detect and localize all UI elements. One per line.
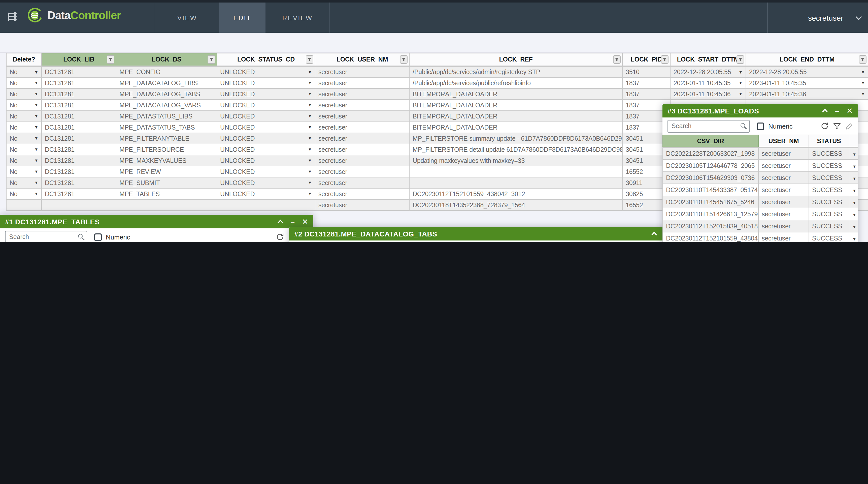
delete-select-cell[interactable]: No▼: [6, 177, 41, 188]
delete-select-cell[interactable]: No▼: [6, 66, 41, 77]
lock-status-select-cell[interactable]: UNLOCKED▼: [217, 122, 315, 133]
pencil-icon[interactable]: [845, 122, 853, 130]
lock-status-select-cell[interactable]: UNLOCKED▼: [217, 188, 315, 199]
delete-select-cell[interactable]: No▼: [6, 155, 41, 166]
delete-select-cell[interactable]: No▼: [6, 188, 41, 199]
collapse-chevron-icon[interactable]: [822, 108, 828, 113]
lock-end-select-cell[interactable]: 2023-01-11 10:45:36▼: [746, 88, 868, 99]
column-filter-button[interactable]: [208, 55, 215, 64]
viewbox-titlebar[interactable]: #1 DC131281.MPE_TABLES – ✕: [0, 215, 313, 228]
lock-start-select-cell[interactable]: 2022-12-28 20:05:55▼: [670, 66, 746, 77]
column-filter-button[interactable]: [859, 55, 867, 64]
lock-ds-cell: MPE_DATACATALOG_VARS: [116, 99, 217, 111]
delete-select-cell[interactable]: No▼: [6, 166, 41, 177]
lock-status-select-cell[interactable]: UNLOCKED▼: [217, 155, 315, 166]
dropdown-cell[interactable]: ▼: [849, 220, 858, 232]
lock-start-select-cell[interactable]: 2023-01-11 10:45:36▼: [670, 88, 746, 99]
column-filter-button[interactable]: [107, 55, 114, 64]
dropdown-caret-icon: ▼: [34, 81, 38, 85]
lock-ds-cell: MPE_REVIEW: [116, 166, 217, 177]
dropdown-caret-icon: ▼: [308, 169, 312, 174]
delete-select-cell[interactable]: No▼: [6, 144, 41, 155]
lock-status-select-cell[interactable]: UNLOCKED▼: [217, 177, 315, 188]
dropdown-caret-icon: ▼: [34, 114, 38, 118]
column-filter-button[interactable]: [306, 55, 313, 64]
collapse-chevron-icon[interactable]: [277, 219, 283, 224]
delete-select-cell[interactable]: No▼: [6, 88, 41, 99]
column-filter-button[interactable]: [737, 55, 744, 64]
tab-view[interactable]: VIEW: [155, 2, 219, 33]
delete-select-cell[interactable]: No▼: [6, 111, 41, 122]
close-icon[interactable]: ✕: [846, 107, 853, 114]
collapse-chevron-icon[interactable]: [651, 231, 657, 236]
lock-ds-cell: [116, 199, 217, 210]
lock-ds-cell: MPE_MAXKEYVALUES: [116, 155, 217, 166]
funnel-icon[interactable]: [833, 122, 841, 130]
viewbox-titlebar[interactable]: #2 DC131281.MPE_DATACATALOG_TABS – ✕: [289, 227, 687, 240]
csv-dir-cell: DC20221228T200633027_1998: [663, 147, 758, 160]
lock-end-select-cell[interactable]: 2022-12-28 20:05:55▼: [746, 66, 868, 77]
lock-status-select-cell[interactable]: UNLOCKED▼: [217, 144, 315, 155]
dropdown-cell[interactable]: ▼: [849, 232, 858, 242]
dropdown-caret-icon: ▼: [308, 125, 312, 130]
viewbox-2-mpe-datacatalog-tabs: #2 DC131281.MPE_DATACATALOG_TABS – ✕ Num…: [289, 227, 687, 242]
minimize-icon[interactable]: –: [835, 107, 839, 114]
col-header: STATUS: [809, 135, 849, 147]
lock-status-select-cell[interactable]: UNLOCKED▼: [217, 77, 315, 88]
lock-start-select-cell[interactable]: 2023-01-11 10:45:35▼: [670, 77, 746, 88]
tab-review[interactable]: REVIEW: [266, 2, 330, 33]
table-row: DC20230112T152015839_40518secretuserSUCC…: [663, 220, 858, 232]
search-input[interactable]: [5, 231, 87, 242]
status-cell: SUCCESS: [809, 232, 849, 242]
lock-ref-cell: /Public/app/dc/services/public/refreshli…: [409, 77, 622, 88]
lock-status-select-cell[interactable]: UNLOCKED▼: [217, 99, 315, 111]
lock-status-select-cell[interactable]: ▼: [217, 199, 315, 210]
user-cell: secretuser: [758, 220, 809, 232]
numeric-checkbox[interactable]: Numeric: [94, 233, 130, 241]
csv-dir-cell: DC20230112T152101559_43804: [663, 232, 758, 242]
column-filter-button[interactable]: [661, 55, 669, 64]
tab-edit[interactable]: EDIT: [219, 2, 266, 33]
dropdown-caret-icon: ▼: [739, 92, 743, 96]
lock-user-cell: secretuser: [315, 99, 409, 111]
column-filter-button[interactable]: [613, 55, 621, 64]
dropdown-cell[interactable]: ▼: [849, 184, 858, 196]
dropdown-cell[interactable]: ▼: [849, 208, 858, 220]
delete-select-cell[interactable]: No▼: [6, 77, 41, 88]
lock-status-select-cell[interactable]: UNLOCKED▼: [217, 88, 315, 99]
close-icon[interactable]: ✕: [302, 218, 308, 225]
lock-user-cell: secretuser: [315, 144, 409, 155]
delete-select-cell[interactable]: No▼: [6, 122, 41, 133]
dropdown-cell[interactable]: ▼: [849, 147, 858, 160]
nav-tabs: VIEW EDIT REVIEW: [155, 2, 330, 33]
refresh-icon[interactable]: [276, 233, 284, 241]
lock-status-select-cell[interactable]: UNLOCKED▼: [217, 66, 315, 77]
user-menu[interactable]: secretuser: [767, 2, 861, 33]
minimize-icon[interactable]: –: [290, 218, 295, 225]
lock-status-select-cell[interactable]: UNLOCKED▼: [217, 166, 315, 177]
column-filter-button[interactable]: [400, 55, 408, 64]
refresh-icon[interactable]: [820, 122, 829, 130]
viewbox-title: #3 DC131281.MPE_LOADS: [668, 107, 822, 115]
numeric-checkbox[interactable]: Numeric: [757, 122, 793, 130]
search-input[interactable]: [668, 120, 750, 132]
lock-user-cell: secretuser: [315, 133, 409, 144]
viewbox-titlebar[interactable]: #3 DC131281.MPE_LOADS – ✕: [662, 104, 858, 117]
lock-ds-cell: MPE_SUBMIT: [116, 177, 217, 188]
dropdown-cell[interactable]: ▼: [849, 196, 858, 208]
delete-select-cell[interactable]: No▼: [6, 99, 41, 111]
lock-status-select-cell[interactable]: UNLOCKED▼: [217, 111, 315, 122]
brand-logo[interactable]: DataController: [26, 7, 121, 24]
dropdown-cell[interactable]: ▼: [849, 172, 858, 184]
lock-user-cell: secretuser: [315, 77, 409, 88]
tree-menu-icon[interactable]: [7, 11, 19, 22]
delete-select-cell[interactable]: No▼: [6, 133, 41, 144]
lock-lib-cell: DC131281: [41, 88, 116, 99]
dropdown-caret-icon: ▼: [34, 192, 38, 196]
toolbar: [0, 33, 868, 53]
dropdown-caret-icon: ▼: [308, 158, 312, 163]
lock-status-select-cell[interactable]: UNLOCKED▼: [217, 133, 315, 144]
dropdown-cell[interactable]: ▼: [849, 160, 858, 172]
delete-select-cell[interactable]: ▼: [6, 199, 41, 210]
lock-end-select-cell[interactable]: 2023-01-11 10:45:35▼: [746, 77, 868, 88]
